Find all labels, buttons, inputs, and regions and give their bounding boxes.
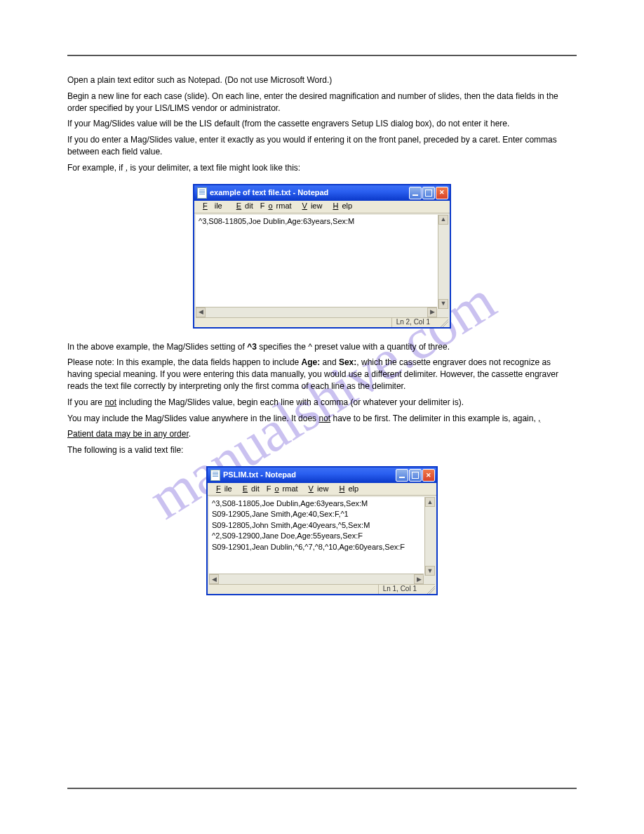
notepad1-horizontal-scrollbar[interactable]	[196, 307, 437, 317]
notepad1-statusbar: Ln 2, Col 1	[196, 317, 448, 327]
scroll-down-icon[interactable]	[425, 566, 435, 576]
sex-field: Sex:	[339, 357, 356, 367]
para-8-not: not	[105, 397, 116, 407]
menu-view[interactable]: View	[295, 201, 326, 211]
para-9-delim: ,	[538, 413, 540, 423]
para-6: In the above example, the Mag/Slides set…	[67, 341, 577, 353]
notepad-document-icon	[197, 187, 207, 199]
para-9b: have to be first. The delimiter in this …	[330, 413, 538, 423]
para-1: Open a plain text editor such as Notepad…	[67, 74, 577, 86]
notepad2-title: PSLIM.txt - Notepad	[223, 470, 296, 480]
notepad1-menubar: File Edit Format View Help	[194, 201, 450, 213]
menu-format[interactable]: Format	[263, 484, 302, 494]
menu-help[interactable]: Help	[326, 201, 356, 211]
notepad1-titlebar[interactable]: example of text file.txt - Notepad	[194, 185, 450, 201]
scroll-down-icon[interactable]	[438, 299, 448, 309]
menu-view[interactable]: View	[302, 484, 333, 494]
para-9: You may include the Mag/Slides value any…	[67, 413, 577, 425]
scroll-right-icon[interactable]	[427, 307, 437, 317]
maximize-button[interactable]	[409, 469, 422, 482]
age-field: Age:	[302, 357, 321, 367]
page-bottom-rule	[67, 788, 577, 789]
menu-file[interactable]: File	[209, 484, 236, 494]
notepad2-cursor-pos: Ln 1, Col 1	[378, 584, 421, 594]
para-2: Begin a new line for each case (slide). …	[67, 91, 577, 114]
notepad-document-icon	[210, 470, 220, 481]
menu-edit[interactable]: Edit	[236, 484, 263, 494]
para-7b: and	[320, 357, 339, 367]
para-8b: including the Mag/Slides value, begin ea…	[116, 397, 464, 407]
notepad-window-pslim: PSLIM.txt - Notepad File Edit Format Vie…	[206, 466, 438, 595]
resize-grip-icon[interactable]	[425, 584, 435, 594]
para-10: Patient data may be in any order.	[67, 428, 577, 440]
menu-file[interactable]: File	[196, 201, 229, 211]
scroll-up-icon[interactable]	[438, 215, 448, 225]
notepad2-titlebar[interactable]: PSLIM.txt - Notepad	[208, 468, 436, 483]
scroll-right-icon[interactable]	[414, 574, 424, 584]
para-9a: You may include the Mag/Slides value any…	[67, 413, 318, 423]
scroll-left-icon[interactable]	[209, 574, 219, 584]
para-7: Please note: In this example, the data f…	[67, 357, 577, 392]
page-top-rule	[67, 55, 577, 56]
notepad1-cursor-pos: Ln 2, Col 1	[391, 317, 434, 327]
scroll-left-icon[interactable]	[196, 307, 206, 317]
minimize-button[interactable]	[409, 187, 422, 199]
para-10-text: Patient data may be in any order	[67, 429, 189, 439]
page-content: Open a plain text editor such as Notepad…	[67, 70, 577, 778]
maximize-button[interactable]	[422, 187, 435, 199]
resize-grip-icon[interactable]	[438, 317, 448, 327]
para-8: If you are not including the Mag/Slides …	[67, 397, 577, 409]
notepad1-vertical-scrollbar[interactable]	[438, 215, 448, 309]
notepad2-statusbar: Ln 1, Col 1	[209, 584, 435, 594]
close-button[interactable]	[436, 187, 448, 199]
menu-format[interactable]: Format	[257, 201, 295, 211]
para-7a: Please note: In this example, the data f…	[67, 357, 302, 367]
para-5b: is your delimiter, a text file might loo…	[128, 163, 300, 173]
para-11: The following is a valid text file:	[67, 444, 577, 456]
scroll-up-icon[interactable]	[425, 497, 435, 507]
mag-slides-value: ^3	[247, 342, 257, 352]
minimize-button[interactable]	[396, 469, 408, 482]
para-3: If your Mag/Slides value will be the LIS…	[67, 118, 577, 130]
menu-edit[interactable]: Edit	[229, 201, 257, 211]
notepad2-window-controls	[396, 469, 435, 482]
notepad2-menubar: File Edit Format View Help	[208, 483, 436, 496]
para-8a: If you are	[67, 397, 105, 407]
notepad1-title: example of text file.txt - Notepad	[210, 187, 328, 198]
notepad1-window-controls	[409, 187, 448, 199]
para-6b: specifies the ^ preset value with a quan…	[257, 342, 450, 352]
para-6a: In the above example, the Mag/Slides set…	[67, 342, 247, 352]
para-5a: For example, if	[67, 163, 126, 173]
para-4: If you do enter a Mag/Slides value, ente…	[67, 134, 577, 158]
para-5: For example, if , is your delimiter, a t…	[67, 162, 577, 174]
close-button[interactable]	[422, 469, 435, 482]
para-9-not: not	[318, 413, 330, 423]
notepad-window-example: example of text file.txt - Notepad File …	[193, 184, 451, 329]
notepad2-textarea[interactable]: ^3,S08-11805,Joe Dublin,Age:63years,Sex:…	[209, 497, 435, 576]
notepad2-vertical-scrollbar[interactable]	[424, 497, 435, 576]
notepad2-horizontal-scrollbar[interactable]	[209, 574, 424, 584]
notepad1-textarea[interactable]: ^3,S08-11805,Joe Dublin,Age:63years,Sex:…	[196, 215, 448, 309]
menu-help[interactable]: Help	[332, 484, 362, 494]
